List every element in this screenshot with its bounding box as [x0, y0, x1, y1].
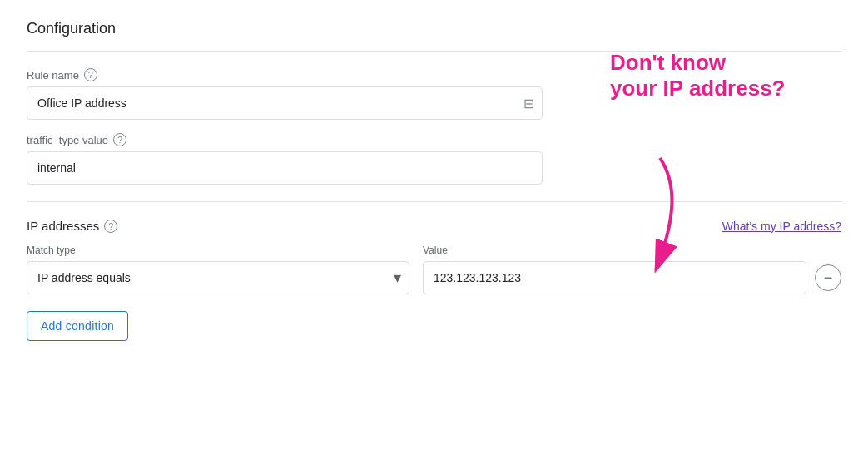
- value-col-label: Value: [423, 244, 841, 256]
- rule-name-input-wrapper: ⊟: [27, 86, 543, 120]
- rule-name-group: Rule name ? ⊟: [27, 68, 576, 120]
- remove-condition-button[interactable]: −: [815, 264, 841, 291]
- whats-my-ip-link[interactable]: What's my IP address?: [722, 220, 841, 233]
- traffic-type-group: traffic_type value ?: [27, 133, 576, 185]
- traffic-type-help-icon[interactable]: ?: [113, 133, 126, 146]
- match-type-group: Match type IP address equals IP address …: [27, 244, 409, 294]
- traffic-type-input-wrapper: [27, 151, 543, 185]
- page-title: Configuration: [27, 20, 841, 37]
- rule-name-help-icon[interactable]: ?: [84, 68, 97, 81]
- match-type-select-wrapper: IP address equals IP address begins with…: [27, 261, 409, 294]
- traffic-type-label: traffic_type value ?: [27, 133, 576, 146]
- form-section: Rule name ? ⊟ traffic_type value ?: [27, 68, 576, 185]
- annotation-overlay: Don't know your IP address?: [610, 50, 843, 108]
- minus-icon: −: [824, 269, 833, 287]
- value-group: Value −: [423, 244, 841, 294]
- ip-section-header: IP addresses ? What's my IP address?: [27, 219, 841, 233]
- annotation-text: Don't know your IP address?: [610, 50, 843, 101]
- database-icon: ⊟: [523, 96, 534, 111]
- ip-section-title: IP addresses ?: [27, 219, 117, 233]
- annotation-line1: Don't know: [610, 50, 843, 76]
- top-divider: [27, 51, 841, 52]
- rule-name-input[interactable]: [27, 86, 543, 120]
- rule-name-label-text: Rule name: [27, 69, 79, 81]
- rule-name-label: Rule name ?: [27, 68, 576, 81]
- section-divider: [27, 201, 841, 202]
- add-condition-button[interactable]: Add condition: [27, 311, 128, 341]
- annotation-line2: your IP address?: [610, 76, 843, 101]
- traffic-type-label-text: traffic_type value: [27, 134, 108, 146]
- match-type-select[interactable]: IP address equals IP address begins with…: [27, 261, 409, 294]
- match-type-col-label: Match type: [27, 244, 409, 256]
- ip-section-title-text: IP addresses: [27, 219, 99, 233]
- match-value-row: Match type IP address equals IP address …: [27, 244, 841, 294]
- value-input-wrapper: −: [423, 261, 841, 294]
- value-input[interactable]: [423, 261, 806, 294]
- traffic-type-input[interactable]: [27, 151, 543, 185]
- ip-addresses-help-icon[interactable]: ?: [104, 220, 117, 233]
